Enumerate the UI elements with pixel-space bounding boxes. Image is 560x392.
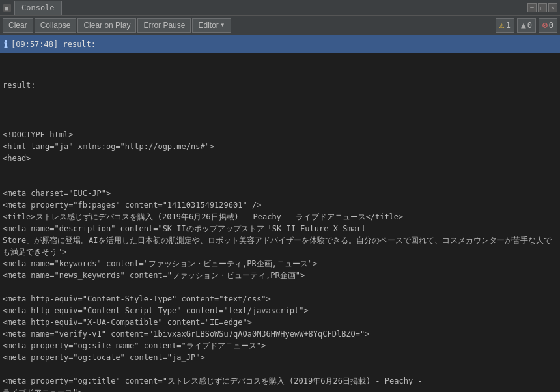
- title-bar: ■ Console ─ □ ×: [0, 0, 560, 16]
- result-label: result:: [3, 79, 557, 91]
- console-icon: ■: [3, 3, 12, 12]
- toolbar-right: ⚠ 1 ▲ 0 ⊘ 0: [496, 18, 557, 33]
- clear-on-play-button[interactable]: Clear on Play: [77, 18, 136, 33]
- console-content: <!DOCTYPE html> <html lang="ja" xmlns:og…: [3, 117, 557, 392]
- warning-count: 1: [506, 21, 511, 30]
- warning-badge[interactable]: ⚠ 1: [496, 18, 514, 33]
- window-controls: ─ □ ×: [527, 3, 557, 12]
- editor-dropdown-arrow: ▼: [220, 22, 225, 28]
- info-badge[interactable]: ▲ 0: [517, 18, 536, 33]
- error-pause-button[interactable]: Error Pause: [137, 18, 191, 33]
- clear-button[interactable]: Clear: [3, 18, 33, 33]
- console-tab[interactable]: Console: [14, 1, 62, 15]
- info-count: 0: [527, 21, 532, 30]
- collapse-button[interactable]: Collapse: [35, 18, 77, 33]
- error-badge[interactable]: ⊘ 0: [539, 18, 557, 33]
- error-count: 0: [549, 21, 553, 30]
- log-message-bar: ℹ [09:57:48] result:: [0, 35, 560, 53]
- toolbar: Clear Collapse Clear on Play Error Pause…: [0, 16, 560, 35]
- minimize-button[interactable]: ─: [527, 3, 537, 12]
- log-info-icon: ℹ: [4, 39, 7, 49]
- error-icon: ⊘: [542, 20, 548, 30]
- editor-button[interactable]: Editor ▼: [192, 18, 231, 33]
- log-message-text: [09:57:48] result:: [11, 40, 96, 49]
- warning-icon: ⚠: [499, 20, 505, 30]
- maximize-button[interactable]: □: [538, 3, 547, 12]
- info-icon: ▲: [521, 20, 526, 30]
- console-output[interactable]: result: <!DOCTYPE html> <html lang="ja" …: [0, 53, 560, 392]
- svg-text:■: ■: [5, 5, 8, 12]
- console-tab-label: Console: [21, 3, 55, 12]
- close-button[interactable]: ×: [548, 3, 557, 12]
